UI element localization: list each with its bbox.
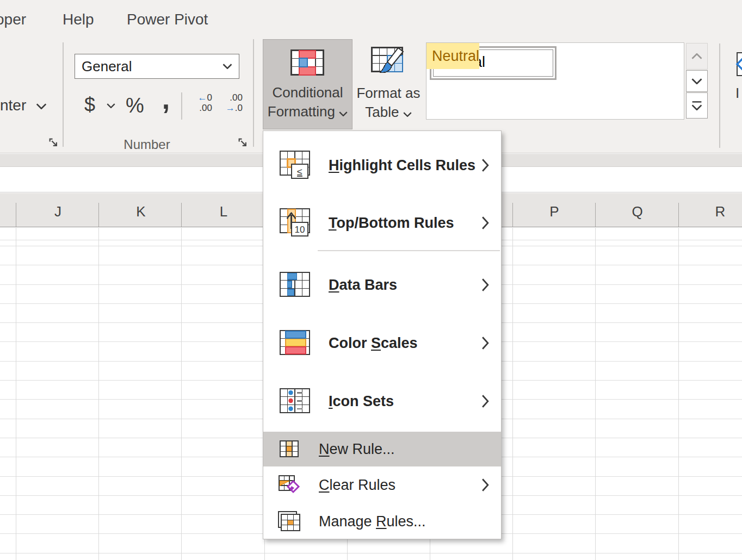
tab-developer-partial[interactable]: oper [0,9,26,30]
format-as-table-icon [370,47,407,79]
submenu-arrow-icon [481,278,489,292]
group-separator [719,43,720,148]
chevron-down-icon [403,112,412,117]
chevron-down-icon [222,64,232,69]
clear-rules-icon [279,475,300,495]
tab-power-pivot[interactable]: Power Pivot [127,9,208,30]
conditional-formatting-icon [290,49,325,78]
format-as-table-label-2: Table [365,104,399,120]
right-arrow-icon: → [226,103,235,113]
chevron-down-icon [691,78,702,84]
comma-style-button[interactable]: , [154,83,178,115]
percent-style-button[interactable]: % [121,91,149,120]
column-header-Q[interactable]: Q [596,200,679,223]
submenu-arrow-icon [481,158,489,172]
insert-label-partial[interactable]: I [735,85,739,102]
left-arrow-icon: ← [198,92,207,103]
menu-item-data-bars[interactable]: Data Bars [263,256,501,314]
data-bars-icon [280,272,311,298]
new-rule-icon [280,440,299,458]
conditional-formatting-button[interactable]: Conditional Formatting [263,39,353,129]
chevron-down-icon[interactable] [36,103,47,109]
conditional-formatting-menu: ≤ Highlight Cells Rules 10 Top/Bottom Ru… [263,130,502,539]
insert-cells-button-partial[interactable] [733,51,742,79]
menu-item-icon-sets[interactable]: Icon Sets [263,372,501,430]
menu-item-new-rule[interactable]: New Rule... [263,432,501,466]
submenu-arrow-icon [481,336,489,350]
excel-window: oper Help Power Pivot nter General $ % ,… [0,0,742,560]
top-bottom-rules-icon: 10 [280,208,311,238]
svg-text:10: 10 [295,225,305,235]
gallery-scroll-down-button[interactable] [686,70,708,92]
column-header-K[interactable]: K [100,200,182,223]
chevron-up-icon [691,53,702,59]
number-dialog-launcher[interactable] [237,137,249,149]
alignment-dialog-launcher[interactable] [48,137,60,149]
highlight-cells-rules-icon: ≤ [280,151,311,180]
decrease-decimal-button[interactable]: .00 →.0 [217,92,243,113]
menu-item-highlight-cells-rules[interactable]: ≤ Highlight Cells Rules [263,136,501,194]
mini-separator [181,92,182,120]
menu-separator [318,250,500,251]
group-separator [63,42,64,147]
currency-dropdown-chevron-icon[interactable] [107,103,115,108]
format-as-table-button[interactable]: Format as Table [355,39,422,129]
column-header-J[interactable]: J [16,200,100,223]
icon-sets-icon [280,388,311,414]
number-format-value: General [82,58,132,75]
currency-button[interactable]: $ [77,90,102,120]
color-scales-icon [280,330,311,356]
insert-cells-icon [733,51,742,78]
column-header-P[interactable]: P [513,200,596,223]
manage-rules-icon [278,511,301,532]
gallery-more-button[interactable] [686,92,708,119]
conditional-formatting-label-1: Conditional [268,83,348,102]
column-header-L[interactable]: L [182,200,265,223]
gallery-scroll-up-button[interactable] [686,43,708,70]
tab-help[interactable]: Help [63,9,94,30]
number-group-label: Number [98,137,196,152]
format-as-table-label-1: Format as [356,84,420,103]
merge-center-button-partial[interactable]: nter [0,97,26,114]
chevron-down-icon [339,111,348,116]
submenu-arrow-icon [481,216,489,230]
menu-item-clear-rules[interactable]: Clear Rules [263,466,501,503]
conditional-formatting-label-2: Formatting [268,103,335,120]
cell-styles-gallery: Normal Bad Good Neutral [426,42,684,120]
group-separator [253,39,254,147]
number-format-select[interactable]: General [75,54,239,79]
submenu-arrow-icon [481,394,489,408]
increase-decimal-button[interactable]: ←0 .00 [186,92,212,113]
style-swatch-neutral[interactable]: Neutral [426,43,479,69]
column-header-R[interactable]: R [679,200,742,223]
menu-item-manage-rules[interactable]: Manage Rules... [263,503,501,539]
svg-text:≤: ≤ [297,166,302,177]
menu-item-top-bottom-rules[interactable]: 10 Top/Bottom Rules [263,194,501,252]
menu-item-color-scales[interactable]: Color Scales [263,314,501,372]
submenu-arrow-icon [481,478,489,492]
gallery-more-icon [691,101,702,110]
